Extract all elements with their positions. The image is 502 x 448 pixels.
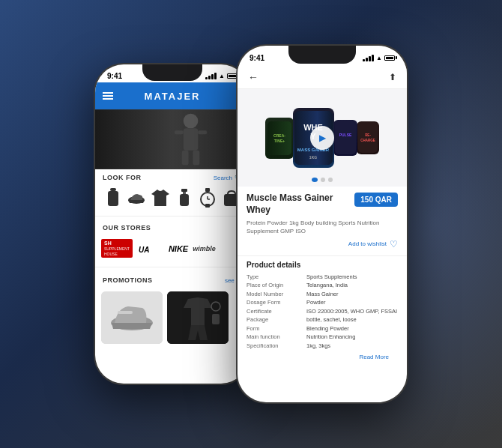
rbar2: [366, 58, 368, 61]
store-wimble[interactable]: wimble: [193, 245, 216, 252]
status-icons-left: ▲: [205, 73, 238, 79]
dot-3[interactable]: [328, 178, 333, 182]
product-description: Protein Powder 1kg Body building Sports …: [247, 219, 398, 235]
notch-left: [142, 64, 202, 81]
promo-card-outfit[interactable]: [167, 291, 229, 344]
dot-2[interactable]: [321, 178, 325, 182]
detail-value-spec: 1kg, 3kgs: [306, 342, 398, 349]
detail-type: Type Sports Supplements: [247, 273, 398, 280]
bar2: [208, 76, 211, 79]
read-more-button[interactable]: Read More: [247, 351, 398, 363]
svg-rect-7: [110, 188, 116, 191]
notch-right: [288, 46, 356, 64]
svg-point-1: [184, 114, 199, 129]
bar1: [205, 77, 208, 79]
wifi-icon: ▲: [219, 73, 225, 79]
detail-package: Package bottle, sachet, loose: [247, 316, 398, 323]
shoe-icon[interactable]: [126, 187, 147, 208]
store-sh[interactable]: SHSUPPLEMENTHOUSE: [101, 239, 133, 258]
detail-label-model: Model Number: [247, 291, 306, 297]
detail-value-dosage: Powder: [306, 299, 398, 306]
promo-card-shoe[interactable]: [101, 291, 163, 344]
left-nav: MATAJER: [95, 82, 250, 109]
wifi-icon-right: ▲: [376, 55, 382, 61]
svg-text:PULSE: PULSE: [339, 133, 352, 137]
watch-icon[interactable]: [197, 187, 218, 208]
store-nike[interactable]: NIKE: [169, 244, 188, 253]
detail-dosage: Dosage Form Powder: [247, 299, 398, 306]
bar4: [214, 73, 217, 79]
wishlist-icon[interactable]: ♡: [390, 239, 398, 249]
detail-label-type: Type: [247, 273, 306, 280]
rbar4: [372, 55, 374, 61]
share-button[interactable]: ⬆: [389, 72, 396, 82]
stores-header: OUR STORES: [95, 220, 250, 236]
detail-label-dosage: Dosage Form: [247, 299, 306, 306]
svg-rect-5: [182, 151, 189, 166]
details-title: Product details: [247, 261, 398, 269]
product-name: Muscle Mass Gainer Whey: [247, 193, 348, 216]
detail-value-function: Nutrition Enhancing: [306, 333, 398, 340]
hero-svg: [95, 109, 250, 169]
svg-rect-22: [118, 311, 133, 314]
play-button[interactable]: ▶: [310, 126, 334, 150]
hamburger-menu[interactable]: [103, 92, 113, 100]
svg-text:UA: UA: [139, 246, 149, 254]
product-nav: ← ⬆: [238, 65, 407, 89]
rbar3: [369, 56, 371, 61]
back-button[interactable]: ←: [248, 71, 258, 83]
svg-rect-6: [193, 151, 199, 166]
shirt-icon[interactable]: [150, 187, 171, 208]
detail-label-cert: Certificate: [247, 308, 306, 315]
dot-1[interactable]: [312, 178, 318, 182]
svg-rect-38: [358, 123, 378, 153]
detail-label-package: Package: [247, 316, 306, 323]
detail-spec: Specification 1kg, 3kgs: [247, 342, 398, 349]
product-can-recharge: RE- CHARGE: [357, 121, 379, 154]
battery-fill: [229, 75, 236, 77]
detail-origin: Place of Origin Telangana, India: [247, 282, 398, 288]
bottle-icon[interactable]: [103, 187, 124, 208]
svg-rect-12: [180, 194, 189, 206]
svg-rect-15: [205, 204, 210, 208]
detail-value-cert: ISO 22000:2005, WHO GMP, FSSAI: [306, 308, 398, 315]
svg-rect-11: [183, 192, 186, 194]
detail-label-origin: Place of Origin: [247, 282, 306, 288]
wishlist-label[interactable]: Add to wishlist: [348, 240, 387, 247]
svg-rect-8: [108, 191, 118, 206]
svg-rect-2: [184, 128, 199, 150]
look-for-header: LOOK FOR Search 🔍: [95, 169, 250, 186]
look-for-icons: [95, 186, 250, 214]
battery-right: [384, 55, 395, 61]
left-screen: MATAJER: [95, 82, 250, 384]
promo-outfit-img: [167, 291, 229, 344]
svg-rect-25: [212, 314, 220, 324]
promo-shoe-img: [101, 291, 163, 344]
svg-rect-3: [175, 130, 184, 134]
hamburger-line3: [103, 98, 113, 100]
promotions-header: PROMOTIONS see all: [95, 272, 250, 288]
right-phone: 9:41 ▲ ← ⬆: [236, 44, 408, 404]
phones-container: 9:41 ▲: [0, 0, 502, 448]
price-badge: 150 QAR: [354, 193, 398, 207]
signal-bars-left: [205, 73, 217, 79]
hamburger-line2: [103, 95, 113, 97]
detail-value-type: Sports Supplements: [306, 273, 398, 280]
wishlist-row: Add to wishlist ♡: [247, 239, 398, 249]
svg-rect-13: [205, 188, 210, 192]
can-creatine-svg: CREA- TINE+: [265, 118, 294, 159]
stores-label: OUR STORES: [103, 224, 151, 231]
product-image-area: CREA- TINE+: [238, 89, 407, 187]
detail-label-spec: Specification: [247, 342, 306, 349]
svg-rect-36: [335, 121, 356, 154]
time-left: 9:41: [107, 72, 122, 80]
product-details: Product details Type Sports Supplements …: [238, 256, 407, 369]
store-ua[interactable]: UA: [137, 242, 164, 255]
svg-rect-4: [198, 130, 207, 134]
hero-image: [95, 109, 250, 169]
perfume-icon[interactable]: [174, 187, 195, 208]
time-right: 9:41: [250, 54, 264, 62]
promotions-section: PROMOTIONS see all: [95, 269, 250, 350]
svg-text:TINE+: TINE+: [274, 139, 285, 143]
left-phone: 9:41 ▲: [94, 63, 251, 385]
